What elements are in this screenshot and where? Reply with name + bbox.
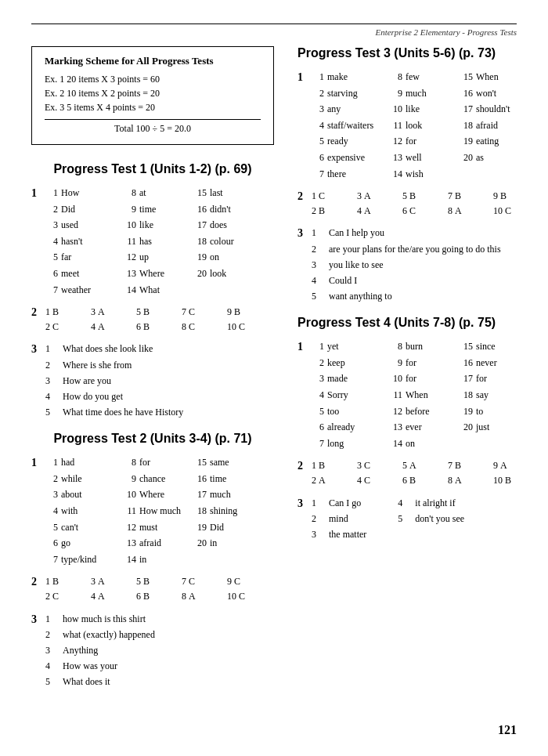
list-item: 1Can I help you — [312, 226, 531, 241]
list-item: 10like — [124, 218, 194, 233]
test2-ex1-content: 1had 8for 15same 2while 9chance 16time 3… — [45, 455, 274, 566]
list-item: 6B — [136, 589, 168, 604]
list-item: 11How much — [124, 504, 194, 519]
list-item: 9A — [493, 458, 525, 473]
list-item: 5can't — [45, 520, 124, 535]
test4-ex1-grid: 1yet 8burn 15since 2keep 9for 16never 3m… — [312, 339, 531, 450]
list-item: 8few — [390, 70, 460, 85]
test1-block: Progress Test 1 (Units 1-2) (p. 69) 1 1H… — [31, 162, 274, 421]
list-item: 5What time does he have History — [45, 405, 274, 420]
list-item: 15last — [194, 186, 265, 201]
list-item: 1C — [312, 189, 343, 204]
list-item: 2Did — [45, 202, 124, 217]
list-item: 20as — [460, 150, 531, 165]
list-item: 8burn — [390, 339, 460, 354]
list-item: 4Sorry — [312, 388, 390, 403]
list-item: 4How was your — [45, 659, 274, 674]
list-item: 10B — [493, 473, 525, 488]
list-item: 2C — [45, 589, 77, 604]
test4-title: Progress Test 4 (Units 7-8) (p. 75) — [297, 316, 531, 330]
test3-ex1-content: 1make 8few 15When 2starving 9much 16won'… — [312, 70, 531, 181]
list-item: 3A — [91, 305, 122, 320]
test1-ex2-row1: 1B 3A 5B 7C 9B — [45, 305, 274, 320]
list-item: 11has — [124, 234, 194, 249]
list-item: 12for — [390, 134, 460, 149]
list-item: 1What does she look like — [45, 342, 274, 356]
test2-block: Progress Test 2 (Units 3-4) (p. 71) 1 1h… — [31, 432, 274, 690]
list-item: 2starving — [312, 86, 390, 101]
test3-title: Progress Test 3 (Units 5-6) (p. 73) — [297, 46, 531, 60]
list-item: 7type/kind — [45, 552, 124, 567]
list-item: 11When — [390, 388, 460, 403]
list-item: 5What does it — [45, 675, 274, 689]
list-item: 10C — [493, 204, 525, 219]
list-item: 6meet — [45, 266, 124, 281]
list-item: 18say — [460, 388, 531, 403]
test3-ex3-row: 3 1Can I help you 2are your plans for th… — [297, 226, 531, 305]
list-item: 19eating — [460, 134, 531, 149]
list-item: 9time — [124, 202, 194, 217]
list-item: 5B — [402, 189, 434, 204]
list-item: 5too — [312, 404, 390, 419]
list-item: 1how much is this shirt — [45, 612, 274, 627]
list-item: 5A — [402, 458, 434, 473]
marking-total: Total 100 ÷ 5 = 20.0 — [45, 119, 261, 135]
list-item: 16never — [460, 356, 531, 371]
test1-ex2-num: 2 — [31, 305, 42, 320]
test4-ex2-content: 1B 3C 5A 7B 9A 2A 4C 6B 8A 10B — [312, 458, 531, 487]
list-item: 3A — [357, 189, 388, 204]
list-item: 3about — [45, 487, 124, 502]
list-item: 18colour — [194, 234, 265, 249]
list-item: 4hasn't — [45, 234, 124, 249]
test2-ex2-row2: 2C 4A 6B 8A 10C — [45, 589, 274, 604]
test1-ex2-content: 1B 3A 5B 7C 9B 2C 4A 6B 8C 10C — [45, 305, 274, 334]
page-number: 121 — [498, 723, 517, 737]
list-item: 14on — [390, 436, 460, 451]
list-item: 7long — [312, 436, 390, 451]
list-item: 2C — [45, 320, 77, 335]
list-item: 6already — [312, 420, 390, 435]
list-item: 10Where — [124, 487, 194, 502]
test2-ex3-content: 1how much is this shirt 2what (exactly) … — [45, 612, 274, 691]
list-item: 20look — [194, 266, 265, 281]
list-item: 3Anything — [45, 643, 274, 658]
list-item: 19to — [460, 404, 531, 419]
list-item: 17for — [460, 371, 531, 386]
page-header: Enterprise 2 Elementary - Progress Tests — [31, 27, 517, 37]
list-item: 4staff/waiters — [312, 118, 390, 133]
test4-ex3-num: 3 — [297, 496, 308, 512]
marking-row-3: Ex. 3 5 items X 4 points = 20 — [45, 100, 261, 114]
list-item: 4Could I — [312, 273, 531, 288]
list-item: 7B — [448, 458, 479, 473]
test2-title: Progress Test 2 (Units 3-4) (p. 71) — [31, 432, 274, 446]
test1-ex1-content: 1How 8at 15last 2Did 9time 16didn't 3use… — [45, 186, 274, 297]
list-item: 5ready — [312, 134, 390, 149]
list-item: 15same — [194, 455, 265, 470]
list-item: 2while — [45, 472, 124, 487]
test4-ex2-row: 2 1B 3C 5A 7B 9A 2A 4C 6B — [297, 458, 531, 487]
list-item: 7there — [312, 167, 390, 182]
test1-ex1-grid: 1How 8at 15last 2Did 9time 16didn't 3use… — [45, 186, 274, 297]
list-item: 9much — [390, 86, 460, 101]
list-item: 19on — [194, 250, 265, 265]
list-item: 17does — [194, 218, 265, 233]
list-item: 5far — [45, 250, 124, 265]
test3-ex2-content: 1C 3A 5B 7B 9B 2B 4A 6C 8A 10C — [312, 189, 531, 218]
test4-ex2-row2: 2A 4C 6B 8A 10B — [312, 473, 531, 488]
test2-ex2-content: 1B 3A 5B 7C 9C 2C 4A 6B 8A 10C — [45, 574, 274, 603]
list-item: 11look — [390, 118, 460, 133]
list-item: 4How do you get — [45, 389, 274, 404]
list-item: 8A — [448, 473, 479, 488]
list-item: 9for — [390, 356, 460, 371]
list-item: 2Where is she from — [45, 358, 274, 373]
list-item: 3used — [45, 218, 124, 233]
test3-ex3-num: 3 — [297, 226, 308, 241]
header-divider — [31, 24, 517, 24]
list-item: 19Did — [194, 520, 265, 535]
list-item: 5want anything to — [312, 289, 531, 304]
test2-ex2-row1: 1B 3A 5B 7C 9C — [45, 574, 274, 589]
list-item: 2are your plans for the/are you going to… — [312, 242, 531, 257]
list-item: 4with — [45, 504, 124, 519]
list-item: 10C — [227, 320, 258, 335]
list-item: 14wish — [390, 167, 460, 182]
